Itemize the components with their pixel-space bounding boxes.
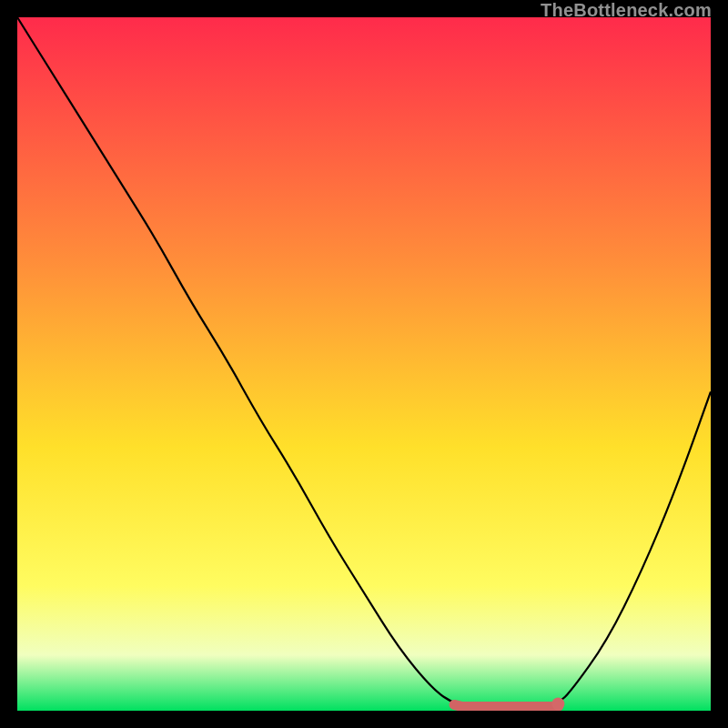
gradient-background xyxy=(17,17,711,711)
svg-point-0 xyxy=(551,697,564,710)
bottleneck-chart xyxy=(17,17,711,711)
watermark-text: TheBottleneck.com xyxy=(541,0,712,21)
